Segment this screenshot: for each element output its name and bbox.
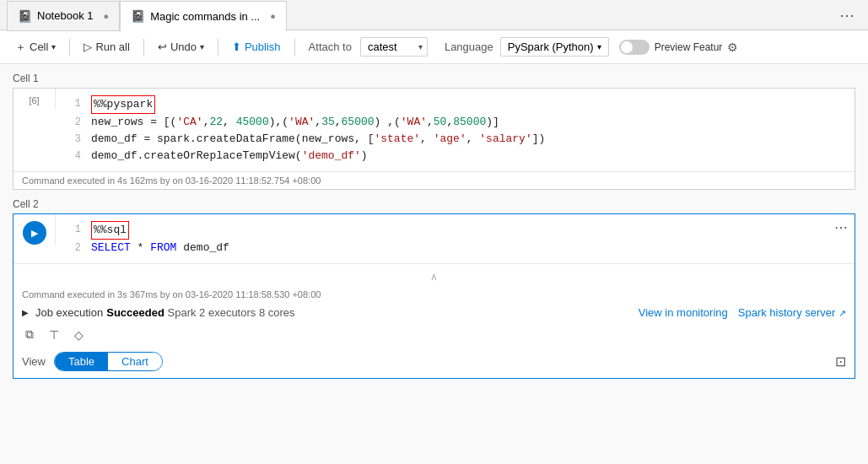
run-all-button[interactable]: ▷ Run all [77, 37, 136, 57]
separator2 [143, 39, 144, 56]
cell2-run-area[interactable]: ▶ [13, 214, 56, 245]
cell2-line1: 1 %%sql [64, 221, 819, 240]
clear-icon[interactable]: ◇ [71, 326, 87, 343]
job-play-icon: ▶ [22, 308, 29, 317]
settings-icon[interactable]: ⚙ [727, 40, 738, 54]
tab-magic-commands-label: Magic commands in ... [150, 10, 260, 23]
cell2-body-row: ▶ 1 %%sql 2 SELECT * FROM demo_df ⋯ [13, 214, 855, 263]
cell1-exec-num: [6] [29, 95, 39, 105]
job-execution-label: Job execution [35, 306, 103, 319]
tab-more-btn[interactable]: ⋯ [833, 6, 861, 24]
cell2-more-button[interactable]: ⋯ [828, 214, 855, 235]
cell1-lines[interactable]: 1 %%pyspark 2 new_rows = [('CA',22, 4500… [56, 89, 855, 171]
publish-button[interactable]: ⬆ Publish [225, 37, 288, 57]
spark-history-label: Spark history server [738, 306, 836, 319]
cell1-magic-box: %%pyspark [91, 95, 155, 114]
job-status-value: Succeeded [106, 306, 164, 319]
toolbar: ＋ Cell ▾ ▷ Run all ↩ Undo ▾ ⬆ Publish At… [0, 30, 868, 64]
view-row: View Table Chart ⊡ [22, 347, 846, 373]
filter-icon[interactable]: ⊤ [46, 326, 62, 343]
cell-btn-label: Cell [30, 40, 48, 53]
toggle-track[interactable] [619, 40, 650, 55]
view-tabs: Table Chart [54, 352, 163, 371]
tab-magic-commands[interactable]: 📓 Magic commands in ... ● [120, 1, 287, 31]
job-links: View in monitoring Spark history server … [639, 306, 846, 319]
cell1-code2: new_rows = [('CA',22, 45000),('WA',35,65… [91, 114, 499, 131]
cell1-run-area: [6] [13, 89, 56, 109]
cell1-code1: %%pyspark [91, 95, 155, 114]
attach-to-select[interactable]: catest [360, 37, 428, 57]
cell2-label: Cell 2 [13, 198, 855, 210]
undo-button[interactable]: ↩ Undo ▾ [151, 37, 211, 57]
cell1-linenum1: 1 [64, 95, 81, 112]
preview-toggle[interactable]: Preview Featur ⚙ [619, 40, 739, 55]
undo-icon: ↩ [158, 40, 167, 53]
cell1-line1: 1 %%pyspark [64, 95, 846, 114]
language-chevron-icon: ▾ [597, 42, 601, 51]
publish-label: Publish [245, 40, 281, 53]
tab-notebook1-label: Notebook 1 [37, 9, 94, 22]
cell1-linenum3: 3 [64, 131, 81, 148]
cell2-line2: 2 SELECT * FROM demo_df [64, 240, 819, 256]
output-icons: ⧉ ⊤ ◇ [22, 322, 846, 347]
upload-icon: ⬆ [232, 40, 241, 53]
tab-notebook1-close[interactable]: ● [104, 11, 110, 21]
separator1 [69, 39, 70, 56]
cell1-line2: 2 new_rows = [('CA',22, 45000),('WA',35,… [64, 114, 846, 131]
external-link-icon: ↗ [838, 308, 846, 318]
language-button[interactable]: PySpark (Python) ▾ [500, 37, 609, 57]
main-content: Cell 1 [6] 1 %%pyspark 2 new_rows = [('C… [0, 64, 868, 464]
cell2-magic-box: %%sql [91, 221, 129, 240]
notebook2-icon: 📓 [131, 9, 145, 23]
output-divider: ∧ [22, 271, 846, 283]
add-cell-button[interactable]: ＋ Cell ▾ [8, 36, 62, 58]
cell1-code3: demo_df = spark.createDataFrame(new_rows… [91, 131, 545, 148]
cell1-line3: 3 demo_df = spark.createDataFrame(new_ro… [64, 131, 846, 148]
cell2-lines[interactable]: 1 %%sql 2 SELECT * FROM demo_df [56, 214, 828, 263]
separator3 [218, 39, 218, 56]
preview-label: Preview Featur [655, 41, 723, 53]
attach-to-label: Attach to [309, 40, 352, 53]
cell1-code4: demo_df.createOrReplaceTempView('demo_df… [91, 148, 368, 165]
cell2-linenum1: 1 [64, 221, 81, 238]
tab-magic-commands-close[interactable]: ● [270, 11, 276, 21]
tab-notebook1[interactable]: 📓 Notebook 1 ● [7, 1, 120, 31]
view-label: View [22, 355, 46, 368]
run-all-play-icon: ▷ [84, 40, 92, 53]
job-row: ▶ Job execution Succeeded Spark 2 execut… [22, 303, 846, 322]
cell1-body-row: [6] 1 %%pyspark 2 new_rows = [('CA',22, … [13, 89, 855, 171]
tab-bar: 📓 Notebook 1 ● 📓 Magic commands in ... ●… [0, 0, 868, 30]
notebook-icon: 📓 [18, 9, 32, 23]
separator4 [294, 39, 295, 56]
cell1-linenum2: 2 [64, 114, 81, 131]
attach-to-select-wrapper: catest [360, 37, 428, 57]
plus-icon: ＋ [15, 40, 26, 55]
copy-icon[interactable]: ⧉ [22, 326, 37, 343]
cell2-footer: Command executed in 3s 367ms by on 03-16… [22, 286, 846, 303]
cell1-line4: 4 demo_df.createOrReplaceTempView('demo_… [64, 148, 846, 165]
spark-history-link[interactable]: Spark history server ↗ [738, 306, 846, 319]
cell2-code1: %%sql [91, 221, 129, 240]
view-monitoring-link[interactable]: View in monitoring [639, 306, 728, 319]
cell1-label: Cell 1 [13, 73, 855, 84]
cell1-footer: Command executed in 4s 162ms by on 03-16… [13, 171, 855, 189]
cell2-output-area: ∧ Command executed in 3s 367ms by on 03-… [13, 263, 855, 378]
table-tab[interactable]: Table [55, 353, 108, 370]
cell2-container: ▶ 1 %%sql 2 SELECT * FROM demo_df ⋯ ∧ Co… [13, 213, 855, 379]
job-spark-info: Spark 2 executors 8 cores [168, 306, 295, 319]
cell1-linenum4: 4 [64, 148, 81, 165]
undo-chevron-icon: ▾ [200, 42, 204, 51]
cell2-run-button[interactable]: ▶ [23, 221, 46, 245]
chart-tab[interactable]: Chart [108, 353, 162, 370]
cell2-linenum2: 2 [64, 240, 81, 256]
cell-chevron-icon: ▾ [51, 42, 56, 51]
toggle-thumb [621, 41, 633, 53]
cell2-code2: SELECT * FROM demo_df [91, 240, 229, 256]
language-label: Language [445, 40, 493, 53]
run-all-label: Run all [95, 40, 129, 53]
undo-label: Undo [170, 40, 197, 53]
export-icon[interactable]: ⊡ [835, 353, 846, 370]
language-value: PySpark (Python) [508, 40, 594, 53]
cell1-container: [6] 1 %%pyspark 2 new_rows = [('CA',22, … [13, 88, 855, 190]
